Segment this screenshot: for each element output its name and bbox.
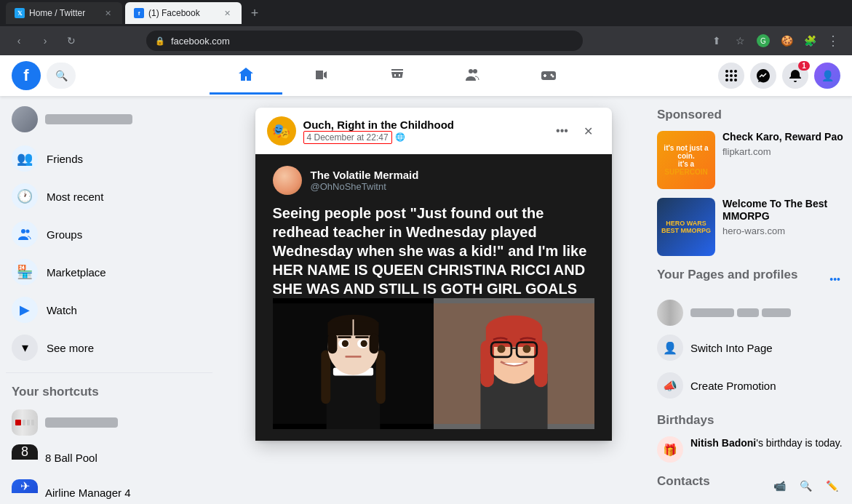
svg-point-0 [469,69,473,73]
birthday-text: Nitish Badoni's birthday is today. [690,436,843,451]
new-message-button[interactable]: ✏️ [820,474,843,497]
browser-menu[interactable]: ⋮ [823,31,843,51]
post-globe-icon: 🌐 [395,132,405,142]
shortcut-icon-airline: ✈ [12,479,38,504]
post-date: 4 December at 22:47 [303,131,392,144]
right-sidebar: Sponsored it's not just a coin.it's a SU… [648,96,852,504]
post-close-button[interactable]: ✕ [577,119,600,143]
sidebar-item-see-more[interactable]: ▾ See more [6,329,212,367]
meme-image-left [273,298,434,429]
svg-point-45 [522,345,530,353]
shortcut-item-8ball[interactable]: 8 8 Ball Pool [6,440,212,475]
address-bar[interactable]: 🔒 facebook.com [146,31,583,51]
tab-facebook-label: (1) Facebook [148,8,200,18]
meme-header: The Volatile Mermaid @OhNoSheTwitnt [273,166,594,195]
sponsored-flipkart-title: Check Karo, Reward Pao [722,131,843,143]
search-button[interactable]: 🔍 [47,63,76,89]
tab-twitter-close[interactable]: ✕ [102,7,114,19]
sidebar-see-more-label: See more [47,342,94,354]
post-actions: ••• ✕ [551,119,600,143]
create-promotion-button[interactable]: 📣 Create Promotion [657,369,843,401]
svg-rect-32 [355,336,368,338]
tab-facebook-close[interactable]: ✕ [221,7,233,19]
groups-icon [12,221,38,247]
shortcut-item-airline[interactable]: ✈ Airline Manager 4 [6,475,212,504]
svg-rect-25 [327,334,337,354]
sidebar-user-avatar [12,106,38,132]
svg-point-7 [734,70,737,73]
main-content: 👥 Friends 🕐 Most recent Groups 🏪 Marketp… [0,96,852,504]
birthday-gift-icon: 🎁 [657,436,683,463]
sponsored-mmorpg-domain: hero-wars.com [722,225,843,236]
svg-point-15 [26,230,30,233]
grid-menu-button[interactable] [718,63,744,89]
share-button[interactable]: ⬆ [706,31,727,51]
nav-marketplace[interactable] [361,57,434,95]
nav-home[interactable] [210,57,282,95]
post-meta: 4 December at 22:47 🌐 [303,131,544,144]
video-call-button[interactable]: 📹 [768,474,791,497]
forward-button[interactable]: › [35,31,55,51]
sponsored-item-mmorpg[interactable]: HERO WARSBEST MMORPG Welcome To The Best… [657,198,843,256]
post-meme-content: The Volatile Mermaid @OhNoSheTwitnt Seei… [255,154,612,441]
post-card: 🎭 Ouch, Right in the Childhood 4 Decembe… [255,108,612,441]
star-button[interactable]: ☆ [730,31,750,51]
refresh-button[interactable]: ↻ [61,31,81,51]
sponsored-item-flipkart[interactable]: it's not just a coin.it's a SUPERCOIN Ch… [657,131,843,189]
tab-facebook[interactable]: f (1) Facebook ✕ [125,2,242,24]
svg-point-1 [473,69,477,73]
post-group-name: Ouch, Right in the Childhood [303,119,544,131]
nav-groups[interactable] [437,57,509,95]
lock-icon: 🔒 [155,36,165,46]
notifications-button[interactable]: 1 [782,63,808,89]
header-actions: 1 👤 [718,63,840,89]
address-text: facebook.com [171,36,230,47]
see-more-icon: ▾ [12,335,38,361]
birthdays-title: Birthdays [657,413,843,428]
extension-2[interactable]: 🍪 [776,31,797,51]
sidebar-item-watch[interactable]: ▶ Watch [6,291,212,329]
svg-rect-38 [485,327,541,347]
meme-image-right [434,298,594,429]
sidebar-item-marketplace[interactable]: 🏪 Marketplace [6,253,212,291]
shortcuts-title: Your shortcuts [6,379,212,405]
pages-more-button[interactable]: ••• [827,271,843,288]
tab-twitter-label: Home / Twitter [29,8,85,18]
birthday-item: 🎁 Nitish Badoni's birthday is today. [657,436,843,463]
sidebar-friends-label: Friends [47,153,83,165]
back-button[interactable]: ‹ [9,31,29,51]
sponsored-section: Sponsored it's not just a coin.it's a SU… [657,108,843,256]
extension-1[interactable]: G [753,31,773,51]
svg-rect-19 [321,351,330,404]
new-tab-button[interactable]: + [244,3,265,23]
svg-point-6 [730,70,733,73]
svg-point-5 [725,70,728,73]
search-contacts-button[interactable]: 🔍 [794,474,817,497]
shortcut-label-8ball: 8 Ball Pool [45,452,97,464]
switch-into-page-button[interactable]: 👤 Switch Into Page [657,332,843,364]
extensions-button[interactable]: 🧩 [800,31,820,51]
post-more-button[interactable]: ••• [551,119,574,143]
svg-rect-33 [345,356,361,358]
notification-badge: 1 [798,61,810,71]
create-promotion-icon: 📣 [657,372,683,399]
sidebar-profile-link[interactable] [6,102,212,137]
sidebar-item-friends[interactable]: 👥 Friends [6,140,212,177]
sidebar-item-most-recent[interactable]: 🕐 Most recent [6,177,212,215]
sponsored-flipkart-info: Check Karo, Reward Pao flipkart.com [722,131,843,189]
facebook-logo[interactable]: f [12,61,41,90]
svg-point-9 [730,74,733,77]
shortcut-item-blurred[interactable] [6,405,212,440]
tab-twitter[interactable]: 𝕏 Home / Twitter ✕ [6,2,122,24]
messenger-button[interactable] [750,63,776,89]
sidebar-item-groups[interactable]: Groups [6,215,212,253]
svg-point-4 [552,75,554,77]
nav-gaming[interactable] [512,57,585,95]
post-group-avatar: 🎭 [267,116,296,145]
user-avatar-header[interactable]: 👤 [814,63,840,89]
nav-video[interactable] [285,57,358,95]
main-nav [81,57,712,95]
sidebar-user-name [45,114,132,124]
sponsored-mmorpg-image: HERO WARSBEST MMORPG [657,198,715,256]
meme-handle: @OhNoSheTwitnt [311,181,419,192]
